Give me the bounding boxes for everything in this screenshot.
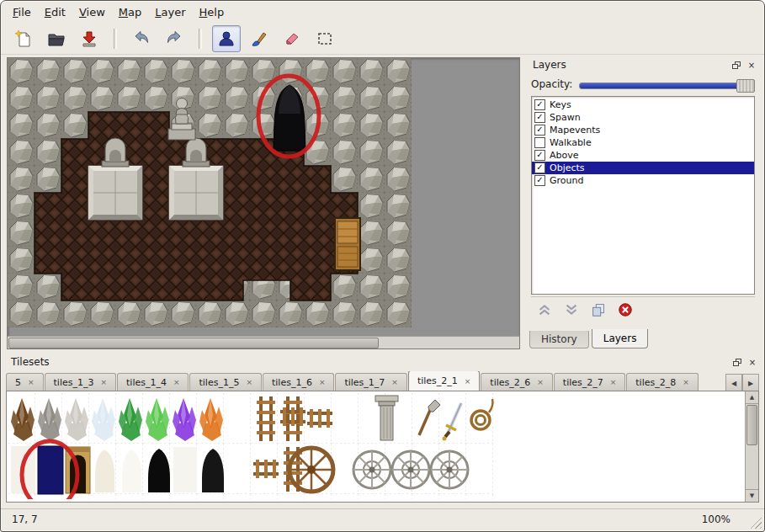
status-bar: 17, 7 100% (1, 508, 764, 531)
tab-close-icon[interactable]: × (465, 377, 471, 386)
tab-close-icon[interactable]: × (391, 378, 398, 386)
map-horizontal-scrollbar[interactable] (8, 336, 519, 348)
tab-close-icon[interactable]: × (683, 378, 689, 386)
brush-tool-button[interactable] (245, 25, 274, 52)
dock-tab-layers[interactable]: Layers (592, 329, 649, 348)
resize-grip[interactable] (750, 517, 762, 529)
tileset-tab-tiles_1_7[interactable]: tiles_1_7 × (335, 373, 406, 391)
redo-button[interactable] (160, 25, 189, 52)
layer-list: ✓ Keys ✓ Spawn ✓ Mapevents Walkable ✓ Ab… (531, 96, 755, 295)
save-icon (80, 29, 98, 48)
scroll-up-arrow[interactable]: ▲ (746, 391, 758, 404)
pale-tile (173, 447, 197, 492)
tileset-tab-tiles_2_6[interactable]: tiles_2_6 × (481, 373, 552, 391)
tileset-tab-5[interactable]: 5 × (6, 373, 44, 391)
layer-row-ground[interactable]: ✓ Ground (532, 174, 754, 187)
tileset-vscroll-thumb[interactable] (746, 405, 757, 445)
eraser-tool-button[interactable] (278, 25, 306, 52)
tileset-tab-label: tiles_2_1 (417, 375, 458, 386)
tab-close-icon[interactable]: × (246, 378, 252, 386)
entity-tool-button[interactable] (212, 25, 241, 52)
tab-scroll-buttons: ◀ ▶ (725, 374, 759, 392)
tileset-tab-tiles_2_1[interactable]: tiles_2_1 × (408, 371, 480, 391)
tab-close-icon[interactable]: × (100, 378, 107, 386)
layer-row-keys[interactable]: ✓ Keys (532, 98, 754, 111)
opacity-slider-handle[interactable] (736, 79, 755, 93)
tileset-tab-tiles_2_7[interactable]: tiles_2_7 × (554, 373, 625, 391)
map-canvas[interactable] (8, 58, 412, 327)
double-chevron-down-icon (563, 301, 580, 318)
menu-help[interactable]: Help (193, 3, 231, 21)
opacity-slider[interactable] (579, 77, 755, 92)
tileset-tab-tiles_1_6[interactable]: tiles_1_6 × (263, 373, 334, 391)
tab-close-icon[interactable]: × (610, 378, 617, 386)
layer-visibility-checkbox[interactable]: ✓ (534, 125, 545, 136)
toolbar-separator (199, 29, 202, 49)
selection-marquee-icon (316, 29, 334, 48)
tileset-tab-label: tiles_1_5 (199, 377, 239, 388)
layer-visibility-checkbox[interactable]: ✓ (534, 112, 545, 123)
tileset-tab-label: tiles_1_7 (344, 377, 385, 388)
layer-visibility-checkbox[interactable]: ✓ (534, 150, 545, 161)
opacity-label: Opacity: (531, 78, 572, 90)
move-layer-up-button[interactable] (534, 300, 555, 320)
dock-float-icon (733, 359, 741, 366)
layer-visibility-checkbox[interactable]: ✓ (534, 99, 545, 110)
dock-tab-history[interactable]: History (529, 331, 589, 348)
menu-map[interactable]: Map (112, 3, 148, 21)
layer-row-walkable[interactable]: Walkable (532, 136, 754, 149)
open-file-button[interactable] (42, 25, 71, 52)
layer-row-mapevents[interactable]: ✓ Mapevents (532, 124, 754, 136)
tab-close-icon[interactable]: × (319, 378, 326, 386)
menu-view[interactable]: View (72, 3, 112, 21)
menu-file[interactable]: File (6, 3, 38, 21)
layer-row-above[interactable]: ✓ Above (532, 149, 754, 162)
tileset-tab-tiles_2_8[interactable]: tiles_2_8 × (626, 373, 698, 391)
select-tool-button[interactable] (311, 25, 339, 52)
layers-panel: Layers × Opacity: ✓ (526, 57, 760, 349)
dock-close-button[interactable]: × (746, 59, 757, 71)
cursor-coordinates: 17, 7 (12, 513, 38, 525)
toolbar-separator (114, 29, 117, 49)
new-file-button[interactable] (9, 25, 38, 52)
map-view[interactable] (7, 57, 520, 349)
layer-visibility-checkbox[interactable]: ✓ (534, 175, 545, 186)
scroll-down-arrow[interactable]: ▼ (746, 489, 758, 502)
tab-close-icon[interactable]: × (28, 378, 35, 386)
delete-layer-button[interactable] (615, 300, 635, 320)
tileset-tab-tiles_1_3[interactable]: tiles_1_3 × (45, 373, 116, 391)
layer-visibility-checkbox[interactable] (534, 137, 545, 148)
dock-float-button[interactable] (730, 59, 742, 71)
layer-visibility-checkbox[interactable]: ✓ (534, 162, 545, 173)
tileset-vertical-scrollbar[interactable]: ▲ ▼ (745, 391, 758, 502)
move-layer-down-button[interactable] (561, 300, 582, 320)
tab-close-icon[interactable]: × (173, 378, 180, 386)
tilesets-panel-title: Tilesets (11, 356, 50, 368)
selected-tile[interactable] (38, 446, 63, 494)
tileset-tab-tiles_1_5[interactable]: tiles_1_5 × (189, 373, 261, 391)
layer-row-objects[interactable]: ✓ Objects (532, 162, 754, 174)
toolbar (1, 23, 764, 55)
tab-scroll-right-button[interactable]: ▶ (742, 374, 759, 392)
tileset-tab-tiles_1_4[interactable]: tiles_1_4 × (117, 373, 189, 391)
tab-scroll-left-button[interactable]: ◀ (725, 374, 742, 392)
new-file-icon (14, 29, 33, 48)
map-hscroll-thumb[interactable] (8, 338, 379, 348)
layer-label: Ground (550, 175, 583, 186)
tab-close-icon[interactable]: × (537, 378, 544, 386)
save-file-button[interactable] (75, 25, 104, 52)
person-icon (217, 29, 236, 48)
tileset-canvas[interactable] (8, 393, 736, 499)
open-folder-icon (47, 29, 66, 48)
dock-float-button[interactable] (731, 356, 743, 368)
undo-button[interactable] (127, 25, 156, 52)
double-chevron-up-icon (536, 301, 553, 318)
tileset-tab-bar: 5 × tiles_1_3 × tiles_1_4 × tiles_1_5 × … (6, 371, 727, 391)
duplicate-layer-button[interactable] (588, 300, 608, 320)
dock-close-button[interactable]: × (746, 356, 758, 368)
menu-layer[interactable]: Layer (148, 3, 192, 21)
layer-row-spawn[interactable]: ✓ Spawn (532, 111, 754, 124)
menu-edit[interactable]: Edit (38, 3, 72, 21)
wooden-crate (335, 218, 360, 270)
stone-platform (169, 166, 223, 220)
